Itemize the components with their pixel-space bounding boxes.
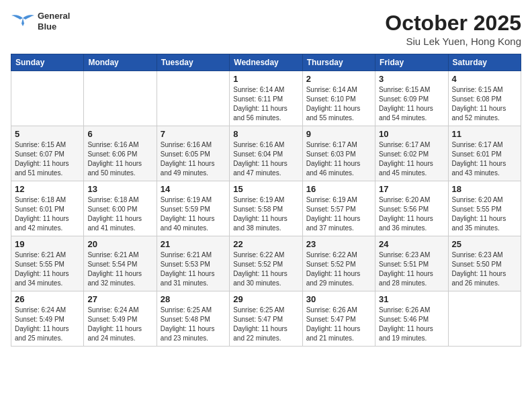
day-info: Sunrise: 6:25 AM Sunset: 5:48 PM Dayligh… xyxy=(161,306,226,343)
day-number: 3 xyxy=(379,74,444,84)
weekday-header-saturday: Saturday xyxy=(448,54,521,71)
calendar-cell xyxy=(157,71,229,126)
day-number: 27 xyxy=(87,294,152,304)
day-info: Sunrise: 6:21 AM Sunset: 5:54 PM Dayligh… xyxy=(87,250,152,288)
calendar-cell: 24Sunrise: 6:23 AM Sunset: 5:51 PM Dayli… xyxy=(375,236,448,291)
day-number: 16 xyxy=(306,184,371,194)
calendar-week-row: 5Sunrise: 6:15 AM Sunset: 6:07 PM Daylig… xyxy=(11,126,521,181)
calendar-cell: 13Sunrise: 6:18 AM Sunset: 6:00 PM Dayli… xyxy=(84,181,157,236)
calendar-cell: 6Sunrise: 6:16 AM Sunset: 6:06 PM Daylig… xyxy=(84,126,157,181)
day-number: 7 xyxy=(161,129,226,139)
calendar-cell: 23Sunrise: 6:22 AM Sunset: 5:52 PM Dayli… xyxy=(302,236,375,291)
day-number: 30 xyxy=(306,294,371,304)
calendar-week-row: 26Sunrise: 6:24 AM Sunset: 5:49 PM Dayli… xyxy=(11,291,521,347)
weekday-header-thursday: Thursday xyxy=(302,54,375,71)
day-info: Sunrise: 6:25 AM Sunset: 5:47 PM Dayligh… xyxy=(233,306,298,343)
day-number: 11 xyxy=(452,129,517,139)
logo-icon xyxy=(11,11,35,32)
calendar-cell: 11Sunrise: 6:17 AM Sunset: 6:01 PM Dayli… xyxy=(448,126,521,181)
day-info: Sunrise: 6:17 AM Sunset: 6:03 PM Dayligh… xyxy=(306,140,371,178)
day-number: 29 xyxy=(233,294,298,304)
calendar-cell: 19Sunrise: 6:21 AM Sunset: 5:55 PM Dayli… xyxy=(11,236,84,291)
calendar-table: SundayMondayTuesdayWednesdayThursdayFrid… xyxy=(11,54,521,347)
calendar-cell: 21Sunrise: 6:21 AM Sunset: 5:53 PM Dayli… xyxy=(157,236,229,291)
calendar-cell: 26Sunrise: 6:24 AM Sunset: 5:49 PM Dayli… xyxy=(11,291,84,347)
calendar-cell: 9Sunrise: 6:17 AM Sunset: 6:03 PM Daylig… xyxy=(302,126,375,181)
day-info: Sunrise: 6:14 AM Sunset: 6:11 PM Dayligh… xyxy=(233,85,298,123)
day-info: Sunrise: 6:19 AM Sunset: 5:57 PM Dayligh… xyxy=(306,195,371,233)
calendar-cell xyxy=(448,291,521,347)
weekday-header-wednesday: Wednesday xyxy=(230,54,302,71)
day-info: Sunrise: 6:26 AM Sunset: 5:46 PM Dayligh… xyxy=(379,306,444,343)
day-number: 21 xyxy=(161,239,226,249)
day-number: 26 xyxy=(15,294,80,304)
calendar-cell: 22Sunrise: 6:22 AM Sunset: 5:52 PM Dayli… xyxy=(230,236,302,291)
calendar-header-row: SundayMondayTuesdayWednesdayThursdayFrid… xyxy=(11,54,521,71)
calendar-cell: 27Sunrise: 6:24 AM Sunset: 5:49 PM Dayli… xyxy=(84,291,157,347)
day-info: Sunrise: 6:16 AM Sunset: 6:05 PM Dayligh… xyxy=(161,140,226,178)
day-info: Sunrise: 6:14 AM Sunset: 6:10 PM Dayligh… xyxy=(306,85,371,123)
day-info: Sunrise: 6:15 AM Sunset: 6:07 PM Dayligh… xyxy=(15,140,80,178)
day-number: 19 xyxy=(15,239,80,249)
calendar-cell: 3Sunrise: 6:15 AM Sunset: 6:09 PM Daylig… xyxy=(375,71,448,126)
day-number: 8 xyxy=(233,129,298,139)
calendar-cell xyxy=(84,71,157,126)
logo: General Blue xyxy=(11,11,70,32)
day-number: 31 xyxy=(379,294,444,304)
day-number: 5 xyxy=(15,129,80,139)
calendar-cell: 5Sunrise: 6:15 AM Sunset: 6:07 PM Daylig… xyxy=(11,126,84,181)
day-info: Sunrise: 6:22 AM Sunset: 5:52 PM Dayligh… xyxy=(306,250,371,288)
calendar-cell: 18Sunrise: 6:20 AM Sunset: 5:55 PM Dayli… xyxy=(448,181,521,236)
calendar-cell: 25Sunrise: 6:23 AM Sunset: 5:50 PM Dayli… xyxy=(448,236,521,291)
day-info: Sunrise: 6:20 AM Sunset: 5:56 PM Dayligh… xyxy=(379,195,444,233)
month-year-title: October 2025 xyxy=(385,11,521,36)
calendar-cell: 2Sunrise: 6:14 AM Sunset: 6:10 PM Daylig… xyxy=(302,71,375,126)
calendar-cell: 7Sunrise: 6:16 AM Sunset: 6:05 PM Daylig… xyxy=(157,126,229,181)
day-number: 6 xyxy=(87,129,152,139)
day-info: Sunrise: 6:21 AM Sunset: 5:53 PM Dayligh… xyxy=(161,250,226,288)
day-info: Sunrise: 6:16 AM Sunset: 6:06 PM Dayligh… xyxy=(87,140,152,178)
calendar-week-row: 1Sunrise: 6:14 AM Sunset: 6:11 PM Daylig… xyxy=(11,71,521,126)
day-info: Sunrise: 6:20 AM Sunset: 5:55 PM Dayligh… xyxy=(452,195,517,233)
day-info: Sunrise: 6:23 AM Sunset: 5:51 PM Dayligh… xyxy=(379,250,444,288)
day-info: Sunrise: 6:24 AM Sunset: 5:49 PM Dayligh… xyxy=(87,306,152,343)
day-info: Sunrise: 6:23 AM Sunset: 5:50 PM Dayligh… xyxy=(452,250,517,288)
day-info: Sunrise: 6:18 AM Sunset: 6:00 PM Dayligh… xyxy=(87,195,152,233)
day-info: Sunrise: 6:26 AM Sunset: 5:47 PM Dayligh… xyxy=(306,306,371,343)
logo-text: General Blue xyxy=(38,11,70,32)
calendar-cell: 29Sunrise: 6:25 AM Sunset: 5:47 PM Dayli… xyxy=(230,291,302,347)
calendar-cell: 8Sunrise: 6:16 AM Sunset: 6:04 PM Daylig… xyxy=(230,126,302,181)
day-number: 24 xyxy=(379,239,444,249)
day-number: 15 xyxy=(233,184,298,194)
day-info: Sunrise: 6:24 AM Sunset: 5:49 PM Dayligh… xyxy=(15,306,80,343)
calendar-cell xyxy=(11,71,84,126)
day-number: 18 xyxy=(452,184,517,194)
day-info: Sunrise: 6:17 AM Sunset: 6:02 PM Dayligh… xyxy=(379,140,444,178)
calendar-cell: 28Sunrise: 6:25 AM Sunset: 5:48 PM Dayli… xyxy=(157,291,229,347)
location-subtitle: Siu Lek Yuen, Hong Kong xyxy=(385,36,521,47)
day-info: Sunrise: 6:18 AM Sunset: 6:01 PM Dayligh… xyxy=(15,195,80,233)
weekday-header-monday: Monday xyxy=(84,54,157,71)
weekday-header-friday: Friday xyxy=(375,54,448,71)
calendar-week-row: 19Sunrise: 6:21 AM Sunset: 5:55 PM Dayli… xyxy=(11,236,521,291)
calendar-cell: 16Sunrise: 6:19 AM Sunset: 5:57 PM Dayli… xyxy=(302,181,375,236)
day-number: 4 xyxy=(452,74,517,84)
day-number: 22 xyxy=(233,239,298,249)
calendar-cell: 10Sunrise: 6:17 AM Sunset: 6:02 PM Dayli… xyxy=(375,126,448,181)
day-number: 12 xyxy=(15,184,80,194)
day-info: Sunrise: 6:21 AM Sunset: 5:55 PM Dayligh… xyxy=(15,250,80,288)
day-number: 14 xyxy=(161,184,226,194)
day-number: 23 xyxy=(306,239,371,249)
day-number: 2 xyxy=(306,74,371,84)
calendar-cell: 12Sunrise: 6:18 AM Sunset: 6:01 PM Dayli… xyxy=(11,181,84,236)
day-number: 17 xyxy=(379,184,444,194)
day-info: Sunrise: 6:15 AM Sunset: 6:08 PM Dayligh… xyxy=(452,85,517,123)
day-info: Sunrise: 6:16 AM Sunset: 6:04 PM Dayligh… xyxy=(233,140,298,178)
weekday-header-sunday: Sunday xyxy=(11,54,84,71)
day-number: 28 xyxy=(161,294,226,304)
day-number: 10 xyxy=(379,129,444,139)
calendar-cell: 1Sunrise: 6:14 AM Sunset: 6:11 PM Daylig… xyxy=(230,71,302,126)
calendar-cell: 14Sunrise: 6:19 AM Sunset: 5:59 PM Dayli… xyxy=(157,181,229,236)
day-info: Sunrise: 6:22 AM Sunset: 5:52 PM Dayligh… xyxy=(233,250,298,288)
calendar-cell: 30Sunrise: 6:26 AM Sunset: 5:47 PM Dayli… xyxy=(302,291,375,347)
